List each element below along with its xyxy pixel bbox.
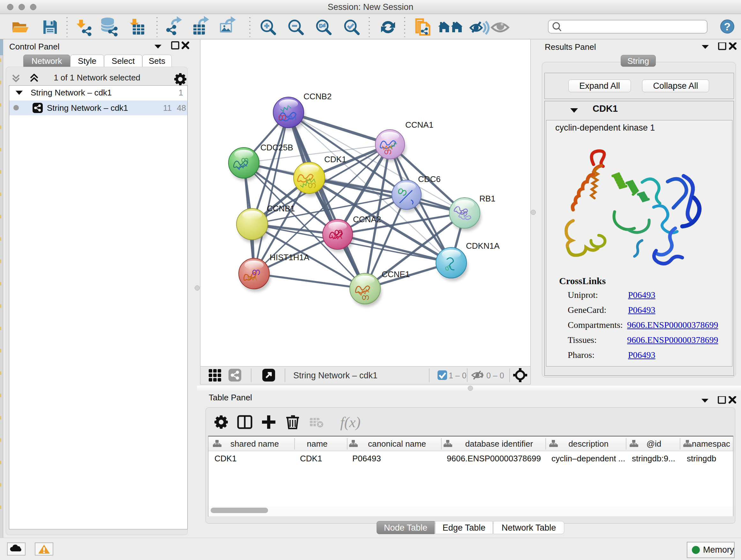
svg-text:CDC6: CDC6 <box>418 174 441 184</box>
svg-text:f(x): f(x) <box>340 414 360 430</box>
svg-text:description: description <box>568 439 609 449</box>
svg-text:CDKN1A: CDKN1A <box>466 241 500 251</box>
svg-text:shared name: shared name <box>230 439 279 449</box>
svg-text:1 – 0: 1 – 0 <box>449 371 467 380</box>
svg-text:CCNA1: CCNA1 <box>405 120 433 130</box>
svg-text:?: ? <box>724 20 731 33</box>
svg-text:CDK1: CDK1 <box>324 154 346 164</box>
svg-text:CCNB1: CCNB1 <box>267 204 295 213</box>
svg-text:CCNE1: CCNE1 <box>382 269 410 279</box>
svg-text:HIST1H1A: HIST1H1A <box>270 253 310 262</box>
svg-text:namespac: namespac <box>692 439 730 449</box>
svg-text:CCNB2: CCNB2 <box>304 91 332 101</box>
svg-text:@id: @id <box>647 439 662 449</box>
svg-text:name: name <box>307 439 327 449</box>
svg-text:String Network – cdk1: String Network – cdk1 <box>293 371 378 380</box>
svg-text:0 – 0: 0 – 0 <box>486 371 504 380</box>
svg-text:RB1: RB1 <box>479 194 495 203</box>
svg-text:database identifier: database identifier <box>465 439 533 449</box>
svg-text:CDC25B: CDC25B <box>260 143 293 152</box>
svg-text:canonical name: canonical name <box>368 439 426 449</box>
svg-text:CCNA2: CCNA2 <box>353 214 381 224</box>
